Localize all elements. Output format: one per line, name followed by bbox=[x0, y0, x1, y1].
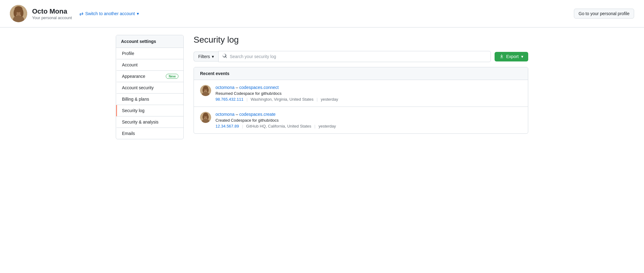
event-separator: | bbox=[317, 97, 318, 102]
event-location: GitHub HQ, California, United States bbox=[246, 124, 311, 128]
svg-point-21 bbox=[207, 115, 209, 119]
event-ip-link[interactable]: 12.34.567.89 bbox=[215, 124, 239, 128]
layout: Account settings Profile Account Appeara… bbox=[106, 27, 538, 147]
chevron-down-icon: ▾ bbox=[521, 54, 523, 59]
sidebar-item-label: Emails bbox=[122, 131, 135, 136]
search-input[interactable] bbox=[230, 54, 487, 59]
event-action-link[interactable]: codespaces.connect bbox=[239, 85, 279, 90]
badge-new: New bbox=[166, 74, 178, 79]
sidebar-item-billing[interactable]: Billing & plans bbox=[116, 94, 183, 105]
sidebar-title: Account settings bbox=[116, 35, 183, 48]
svg-point-14 bbox=[207, 88, 209, 92]
avatar bbox=[10, 5, 27, 22]
avatar bbox=[200, 112, 211, 123]
toolbar-left: Filters ▾ bbox=[194, 51, 491, 62]
chevron-down-icon: ▾ bbox=[137, 11, 139, 16]
event-meta: 12.34.567.89 | GitHub HQ, California, Un… bbox=[215, 124, 522, 128]
download-icon bbox=[500, 54, 504, 59]
sidebar-item-account[interactable]: Account bbox=[116, 59, 183, 71]
main-content: Security log Filters ▾ bbox=[194, 35, 528, 139]
svg-point-13 bbox=[203, 88, 204, 92]
header-subtitle: Your personal account bbox=[32, 15, 72, 20]
table-row: octomona – codespaces.create Created Cod… bbox=[194, 107, 528, 133]
event-content: octomona – codespaces.create Created Cod… bbox=[215, 112, 522, 128]
event-title: octomona – codespaces.connect bbox=[215, 85, 522, 90]
event-description: Created Codespace for github/docs bbox=[215, 118, 522, 123]
export-button[interactable]: Export ▾ bbox=[495, 52, 528, 61]
page-title: Security log bbox=[194, 35, 528, 45]
sidebar-item-profile[interactable]: Profile bbox=[116, 48, 183, 59]
switch-account-label: Switch to another account bbox=[85, 11, 135, 16]
event-separator: | bbox=[246, 97, 247, 102]
header-username: Octo Mona bbox=[32, 7, 72, 15]
profile-button[interactable]: Go to your personal profile bbox=[574, 9, 634, 19]
header-left: Octo Mona Your personal account ⇄ Switch… bbox=[10, 5, 139, 22]
event-title-separator: – bbox=[236, 112, 239, 117]
sidebar: Account settings Profile Account Appeara… bbox=[116, 35, 184, 139]
event-location: Washington, Virginia, United States bbox=[251, 97, 314, 102]
sidebar-item-label: Profile bbox=[122, 51, 134, 56]
svg-point-6 bbox=[14, 9, 17, 17]
header: Octo Mona Your personal account ⇄ Switch… bbox=[0, 0, 644, 27]
event-title: octomona – codespaces.create bbox=[215, 112, 522, 117]
sidebar-item-label: Billing & plans bbox=[122, 97, 149, 102]
event-ip-link[interactable]: 98.765.432.111 bbox=[215, 97, 243, 102]
event-content: octomona – codespaces.connect Resumed Co… bbox=[215, 85, 522, 102]
search-icon bbox=[222, 53, 227, 60]
filters-button[interactable]: Filters ▾ bbox=[194, 52, 218, 61]
sidebar-item-account-security[interactable]: Account security bbox=[116, 82, 183, 94]
sidebar-item-label: Appearance bbox=[122, 74, 145, 79]
search-container bbox=[218, 51, 491, 62]
sidebar-item-security-log[interactable]: Security log bbox=[116, 105, 183, 116]
table-row: octomona – codespaces.connect Resumed Co… bbox=[194, 80, 528, 107]
sidebar-item-label: Account bbox=[122, 62, 138, 67]
sidebar-item-label: Security & analysis bbox=[122, 120, 158, 124]
event-separator: | bbox=[242, 124, 243, 128]
toolbar: Filters ▾ Expo bbox=[194, 51, 528, 62]
sidebar-item-label: Account security bbox=[122, 85, 154, 90]
sidebar-item-appearance[interactable]: Appearance New bbox=[116, 71, 183, 82]
event-time: yesterday bbox=[319, 124, 336, 128]
filters-label: Filters bbox=[198, 54, 210, 59]
svg-point-20 bbox=[203, 115, 204, 119]
sidebar-item-security-analysis[interactable]: Security & analysis bbox=[116, 116, 183, 128]
event-user-link[interactable]: octomona bbox=[215, 112, 234, 117]
switch-icon: ⇄ bbox=[79, 11, 83, 17]
header-user-info: Octo Mona Your personal account bbox=[32, 7, 72, 20]
event-separator: | bbox=[314, 124, 315, 128]
event-user-link[interactable]: octomona bbox=[215, 85, 234, 90]
event-description: Resumed Codespace for github/docs bbox=[215, 91, 522, 96]
switch-account-link[interactable]: ⇄ Switch to another account ▾ bbox=[79, 11, 139, 17]
event-title-separator: – bbox=[236, 85, 239, 90]
events-container: Recent events octomona bbox=[194, 67, 528, 134]
event-time: yesterday bbox=[321, 97, 338, 102]
sidebar-item-label: Security log bbox=[122, 108, 144, 113]
sidebar-item-emails[interactable]: Emails bbox=[116, 128, 183, 139]
export-label: Export bbox=[506, 54, 519, 59]
chevron-down-icon: ▾ bbox=[212, 54, 214, 59]
events-header: Recent events bbox=[194, 67, 528, 80]
event-meta: 98.765.432.111 | Washington, Virginia, U… bbox=[215, 97, 522, 102]
svg-point-7 bbox=[20, 9, 23, 17]
event-action-link[interactable]: codespaces.create bbox=[239, 112, 276, 117]
avatar bbox=[200, 85, 211, 96]
